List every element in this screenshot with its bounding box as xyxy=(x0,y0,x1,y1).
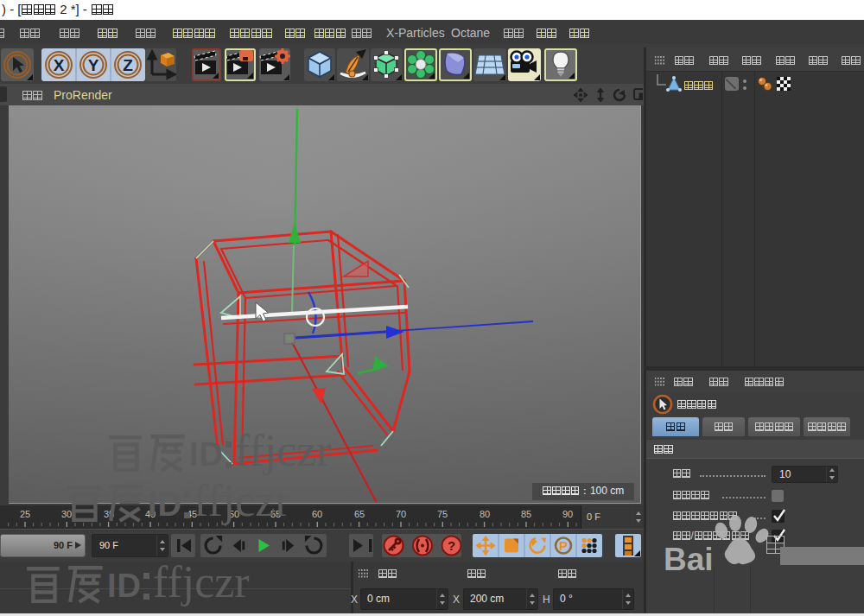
svg-text:Z: Z xyxy=(123,56,133,74)
svg-text:P: P xyxy=(559,538,568,553)
svg-text:X: X xyxy=(54,56,65,74)
svg-text:Y: Y xyxy=(88,56,99,74)
svg-text:?: ? xyxy=(448,538,455,553)
